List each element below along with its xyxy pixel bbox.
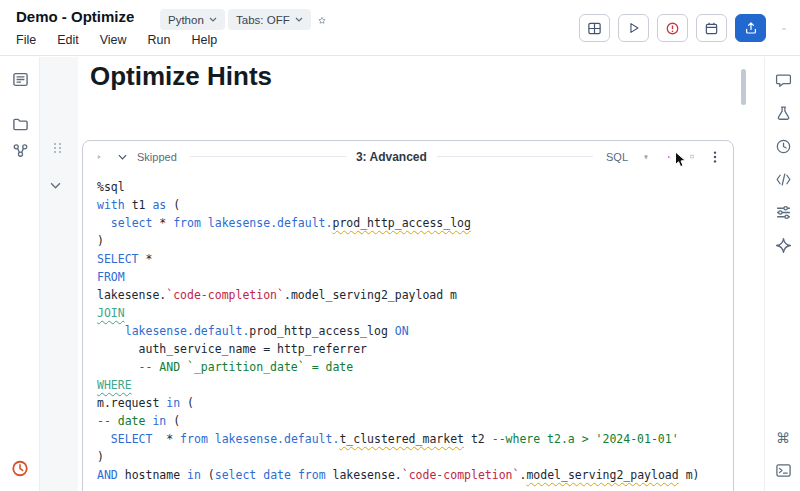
run-all-icon <box>627 21 641 35</box>
delete-cell-button[interactable] <box>638 149 654 165</box>
notebook-area: Optimize Hints Skipped 3: Advanced SQL <box>40 57 764 491</box>
language-selector-value: Python <box>168 14 204 26</box>
assistant-icon[interactable] <box>774 236 792 254</box>
expand-cell-icon <box>690 150 694 163</box>
folder-icon[interactable] <box>11 115 29 133</box>
cell-status: Skipped <box>137 151 177 163</box>
code-line[interactable]: auth_service_name = http_referrer <box>97 340 733 358</box>
code-line[interactable]: AND hostname in (select date from lakese… <box>97 466 733 484</box>
interrupt-button[interactable] <box>657 14 688 42</box>
markdown-heading: Optimize Hints <box>90 61 272 92</box>
delete-cell-icon <box>644 150 648 164</box>
code-editor[interactable]: %sqlwith t1 as ( select * from lakesense… <box>83 172 733 484</box>
cell-header: Skipped 3: Advanced SQL <box>83 141 733 172</box>
run-options-button[interactable] <box>114 149 130 165</box>
drag-handle-icon[interactable] <box>54 143 64 157</box>
chevron-down-icon <box>209 17 217 22</box>
layout-grid-icon <box>587 21 602 36</box>
layout-button[interactable] <box>579 14 610 42</box>
code-line[interactable]: with t1 as ( <box>97 196 733 214</box>
assistant-cell-button[interactable] <box>661 149 677 165</box>
code-line[interactable]: ) <box>97 448 733 466</box>
run-all-button[interactable] <box>618 14 649 42</box>
expand-cell-button[interactable] <box>684 149 700 165</box>
code-line[interactable]: lakesense.default.prod_http_access_log O… <box>97 322 733 340</box>
menu-edit[interactable]: Edit <box>57 33 79 47</box>
history-icon[interactable] <box>774 137 792 155</box>
workflow-icon[interactable] <box>11 141 29 159</box>
toolbar <box>579 14 766 42</box>
schedule-icon <box>704 21 719 36</box>
chevron-down-icon <box>295 17 303 22</box>
menu-bar: FileEditViewRunHelp <box>16 33 217 47</box>
tabs-toggle-value: Tabs: OFF <box>236 14 290 26</box>
schedule-button[interactable] <box>696 14 727 42</box>
cell-language[interactable]: SQL <box>606 151 628 163</box>
chevron-down-icon <box>50 182 61 189</box>
favorite-button[interactable] <box>312 10 332 30</box>
menu-help[interactable]: Help <box>192 33 218 47</box>
environment-icon[interactable] <box>774 203 792 221</box>
assistant-sparkle-icon <box>667 150 671 164</box>
cell-title-wrap: 3: Advanced <box>190 150 593 164</box>
recents-clock-icon[interactable] <box>11 459 29 477</box>
code-line[interactable]: JOIN <box>97 304 733 322</box>
cell-menu-button[interactable] <box>707 149 723 165</box>
menu-view[interactable]: View <box>100 33 127 47</box>
code-snippets-icon[interactable] <box>774 170 792 188</box>
code-line[interactable]: select * from lakesense.default.prod_htt… <box>97 214 733 232</box>
cell-menu-icon <box>713 150 717 164</box>
share-button[interactable] <box>735 14 766 42</box>
code-line[interactable]: ) <box>97 232 733 250</box>
tabs-toggle[interactable]: Tabs: OFF <box>228 9 311 30</box>
code-line[interactable]: -- AND `_partition_date` = date <box>97 358 733 376</box>
terminal-icon[interactable] <box>774 461 792 479</box>
code-line[interactable]: m.request in ( <box>97 394 733 412</box>
code-line[interactable]: SELECT * from lakesense.default.t_cluste… <box>97 430 733 448</box>
comments-icon[interactable] <box>774 71 792 89</box>
experiments-icon[interactable] <box>774 104 792 122</box>
shortcuts-icon[interactable]: ⌘ <box>774 429 792 447</box>
notebook-title: Demo - Optimize <box>16 8 134 25</box>
chevron-down-icon <box>118 154 127 160</box>
collapse-toolbar-button[interactable] <box>776 21 792 37</box>
run-cell-icon <box>97 151 101 163</box>
notebook-gutter <box>40 57 78 491</box>
divider <box>190 156 346 157</box>
contents-icon[interactable] <box>11 70 29 88</box>
code-line[interactable]: %sql <box>97 178 733 196</box>
star-icon <box>318 13 326 28</box>
code-line[interactable]: FROM <box>97 268 733 286</box>
code-line[interactable]: -- date in ( <box>97 412 733 430</box>
code-line[interactable]: lakesense.`code-completion`.model_servin… <box>97 286 733 304</box>
divider <box>437 156 593 157</box>
right-sidebar: ⌘ <box>764 57 800 491</box>
language-selector[interactable]: Python <box>160 9 225 30</box>
left-sidebar <box>0 57 40 491</box>
share-icon <box>744 21 758 35</box>
chevron-up-icon <box>782 26 786 32</box>
cell-title[interactable]: 3: Advanced <box>356 150 427 164</box>
interrupt-icon <box>665 21 680 36</box>
code-line[interactable]: WHERE <box>97 376 733 394</box>
vertical-scrollbar[interactable] <box>741 69 746 105</box>
top-bar: Demo - Optimize Python Tabs: OFF FileEdi… <box>0 0 800 56</box>
code-line[interactable]: SELECT * <box>97 250 733 268</box>
menu-run[interactable]: Run <box>148 33 171 47</box>
collapse-cell-button[interactable] <box>50 175 66 191</box>
run-cell-button[interactable] <box>91 149 107 165</box>
code-cell: Skipped 3: Advanced SQL %sqlwith t1 as (… <box>82 140 734 491</box>
menu-file[interactable]: File <box>16 33 36 47</box>
